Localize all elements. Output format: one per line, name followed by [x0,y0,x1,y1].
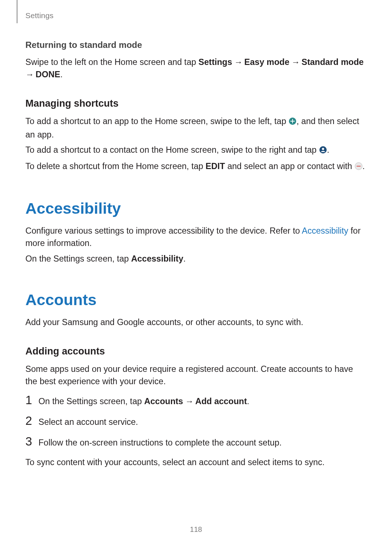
plus-circle-icon [289,116,297,128]
arrow: → [289,57,302,67]
heading-accounts: Accounts [25,291,367,309]
step-number: 2 [25,415,38,427]
text: and select an app or contact with [225,161,355,171]
text: On the Settings screen, tap [25,254,131,263]
header-rule [17,0,17,23]
managing-p2: To add a shortcut to a contact on the Ho… [25,144,367,157]
step-1: 1 On the Settings screen, tap Accounts →… [25,394,367,407]
step-text: Follow the on-screen instructions to com… [38,436,282,449]
heading-returning: Returning to standard mode [25,40,367,50]
page-number: 118 [0,525,392,534]
step-number: 3 [25,435,38,447]
text: To add a shortcut to an app to the Home … [25,116,289,126]
text: Configure various settings to improve ac… [25,226,302,235]
text: To delete a shortcut from the Home scree… [25,161,205,171]
bold-settings: Settings [199,57,232,67]
step-text: On the Settings screen, tap Accounts → A… [38,395,249,407]
step-number: 1 [25,394,38,406]
bold-done: DONE [36,70,60,79]
bold-add-account: Add account [195,397,247,406]
text: . [247,397,249,406]
text: . [183,254,186,263]
accessibility-p2: On the Settings screen, tap Accessibilit… [25,253,367,265]
accounts-p3: To sync content with your accounts, sele… [25,456,367,468]
step-text: Select an account service. [38,416,138,428]
text: On the Settings screen, tap [38,397,144,406]
arrow: → [25,70,36,79]
svg-rect-6 [356,166,360,167]
bold-easy-mode: Easy mode [244,57,289,67]
managing-p3: To delete a shortcut from the Home scree… [25,160,367,173]
step-3: 3 Follow the on-screen instructions to c… [25,435,367,449]
accounts-p1: Add your Samsung and Google accounts, or… [25,316,367,328]
header-section-label: Settings [25,11,53,20]
returning-paragraph: Swipe to the left on the Home screen and… [25,56,367,81]
heading-managing-shortcuts: Managing shortcuts [25,98,367,109]
text: . [60,70,63,79]
heading-accessibility: Accessibility [25,200,367,217]
accessibility-p1: Configure various settings to improve ac… [25,225,367,249]
text: To add a shortcut to a contact on the Ho… [25,145,319,155]
text: . [363,161,365,171]
bold-accounts: Accounts [144,397,183,406]
text: Swipe to the left on the Home screen and… [25,57,199,67]
add-contact-icon [319,145,327,157]
managing-p1: To add a shortcut to an app to the Home … [25,115,367,141]
bold-standard-mode: Standard mode [302,57,364,67]
heading-adding-accounts: Adding accounts [25,346,367,357]
step-2: 2 Select an account service. [25,415,367,428]
link-accessibility[interactable]: Accessibility [302,226,348,235]
svg-point-4 [322,148,324,150]
arrow: → [183,397,195,406]
arrow: → [232,57,245,67]
text: . [327,145,330,155]
bold-accessibility: Accessibility [131,254,183,263]
steps-list: 1 On the Settings screen, tap Accounts →… [25,394,367,449]
svg-rect-2 [290,121,295,122]
manual-page: Settings Returning to standard mode Swip… [0,0,392,554]
accounts-p2: Some apps used on your device require a … [25,363,367,387]
page-content: Returning to standard mode Swipe to the … [25,40,367,471]
bold-edit: EDIT [205,161,225,171]
minus-circle-icon [355,161,363,173]
